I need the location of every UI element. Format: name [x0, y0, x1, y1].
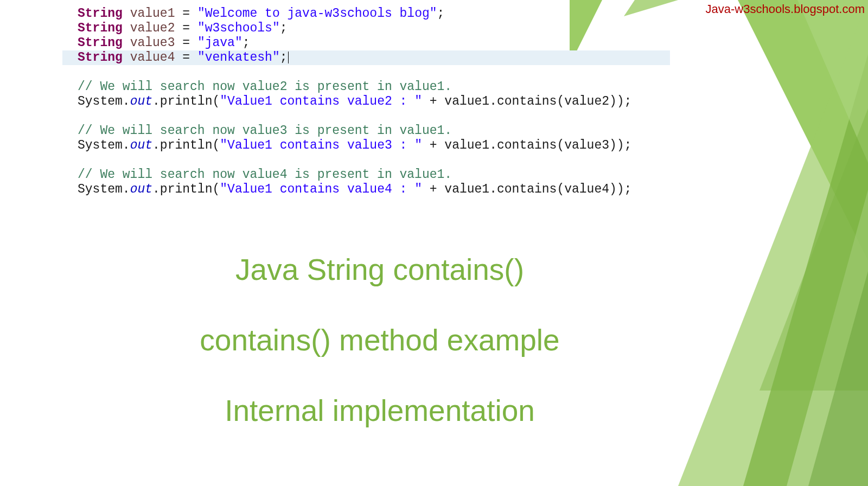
code-comment-4: // We will search now value4 is present …	[62, 168, 670, 182]
title-line-2: contains() method example	[0, 323, 760, 357]
code-blank-1	[62, 65, 670, 80]
code-line-3: String value3 = "java";	[62, 36, 670, 50]
svg-marker-7	[760, 108, 868, 391]
code-line-2: String value2 = "w3schools";	[62, 21, 670, 36]
svg-marker-2	[743, 54, 868, 486]
svg-marker-3	[797, 0, 868, 163]
title-line-1: Java String contains()	[0, 252, 760, 287]
code-line-4-highlighted: String value4 = "venkatesh";	[62, 50, 670, 65]
code-comment-2: // We will search now value2 is present …	[62, 80, 670, 94]
watermark-text: Java-w3schools.blogspot.com	[706, 2, 865, 16]
code-block: String value1 = "Welcome to java-w3schoo…	[62, 7, 670, 197]
code-blank-2	[62, 109, 670, 124]
code-print-3: System.out.println("Value1 contains valu…	[62, 138, 670, 153]
code-print-2: System.out.println("Value1 contains valu…	[62, 94, 670, 109]
code-print-4: System.out.println("Value1 contains valu…	[62, 182, 670, 197]
code-blank-3	[62, 153, 670, 168]
text-cursor	[288, 52, 289, 63]
code-line-1: String value1 = "Welcome to java-w3schoo…	[62, 7, 670, 21]
svg-marker-4	[787, 190, 868, 486]
title-line-3: Internal implementation	[0, 393, 760, 428]
svg-marker-0	[738, 0, 868, 260]
svg-marker-8	[808, 271, 868, 486]
code-comment-3: // We will search now value3 is present …	[62, 124, 670, 138]
